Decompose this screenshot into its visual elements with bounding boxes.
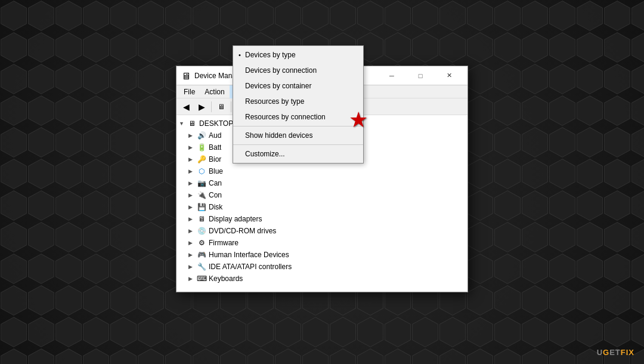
dvd-arrow: ▶ [188, 228, 197, 234]
view-customize[interactable]: Customize... [233, 146, 363, 162]
root-label: DESKTOP [199, 119, 233, 128]
com-arrow: ▶ [188, 192, 197, 198]
watermark-u: U [597, 348, 603, 357]
check-devices-by-type: • [236, 51, 244, 58]
toolbar-separator-2 [231, 101, 231, 112]
battery-arrow: ▶ [188, 144, 197, 150]
tree-item-dvd[interactable]: ▶ 💿 DVD/CD-ROM drives [177, 225, 467, 237]
audio-arrow: ▶ [188, 132, 197, 138]
cameras-arrow: ▶ [188, 180, 197, 186]
window-icon: 🖥 [181, 71, 191, 81]
cameras-label: Can [209, 179, 222, 187]
tree-item-com[interactable]: ▶ 🔌 Con [177, 189, 467, 201]
tree-item-cameras[interactable]: ▶ 📷 Can [177, 177, 467, 189]
bluetooth-label: Blue [209, 167, 223, 175]
menu-action[interactable]: Action [200, 85, 229, 98]
dvd-icon: 💿 [197, 226, 206, 236]
watermark: UGETFIX [597, 348, 634, 357]
biometric-icon: 🔑 [197, 155, 206, 164]
root-arrow: ▼ [179, 121, 187, 127]
watermark-fix: FIX [621, 348, 634, 357]
root-icon: 🖥 [187, 119, 197, 128]
battery-icon: 🔋 [197, 143, 206, 152]
bluetooth-arrow: ▶ [188, 168, 197, 174]
properties-button[interactable]: 🖥 [214, 100, 228, 114]
disk-arrow: ▶ [188, 204, 197, 210]
hid-arrow: ▶ [188, 252, 197, 258]
view-resources-by-connection[interactable]: Resources by connection [233, 109, 363, 125]
view-devices-by-connection[interactable]: Devices by connection [233, 63, 363, 78]
view-devices-by-container[interactable]: Devices by container [233, 78, 363, 94]
annotation-star: ★ [349, 107, 368, 132]
watermark-et: ET [609, 348, 621, 357]
audio-icon: 🔊 [197, 131, 206, 140]
menu-separator-2 [233, 144, 363, 145]
keyboards-icon: ⌨ [197, 274, 206, 283]
display-label: Display adapters [209, 215, 262, 223]
maximize-button[interactable]: □ [407, 66, 434, 85]
display-arrow: ▶ [188, 216, 197, 222]
bluetooth-icon: ⬡ [197, 166, 206, 176]
tree-item-keyboards[interactable]: ▶ ⌨ Keyboards [177, 273, 467, 285]
title-controls: ─ □ ✕ [378, 66, 463, 85]
tree-item-ide[interactable]: ▶ 🔧 IDE ATA/ATAPI controllers [177, 261, 467, 273]
tree-item-firmware[interactable]: ▶ ⚙ Firmware [177, 237, 467, 249]
hid-icon: 🎮 [197, 250, 206, 260]
biometric-label: Bior [209, 155, 221, 164]
ide-label: IDE ATA/ATAPI controllers [209, 263, 292, 271]
minimize-button[interactable]: ─ [378, 66, 405, 85]
back-button[interactable]: ◀ [179, 100, 193, 114]
disk-icon: 💾 [197, 202, 206, 212]
com-label: Con [209, 191, 222, 199]
tree-item-bluetooth[interactable]: ▶ ⬡ Blue [177, 165, 467, 177]
watermark-g: G [603, 348, 609, 357]
hid-label: Human Interface Devices [209, 251, 289, 259]
forward-button[interactable]: ▶ [194, 100, 209, 114]
audio-label: Aud [209, 131, 221, 140]
cameras-icon: 📷 [197, 178, 206, 188]
view-dropdown-menu: • Devices by type Devices by connection … [233, 45, 364, 164]
close-button[interactable]: ✕ [435, 66, 463, 85]
menu-separator-1 [233, 126, 363, 127]
biometric-arrow: ▶ [188, 156, 197, 162]
toolbar-separator [211, 101, 212, 112]
battery-label: Batt [209, 143, 221, 152]
tree-item-display[interactable]: ▶ 🖥 Display adapters [177, 213, 467, 225]
view-resources-by-type[interactable]: Resources by type [233, 94, 363, 109]
dvd-label: DVD/CD-ROM drives [209, 227, 276, 235]
tree-item-disk[interactable]: ▶ 💾 Disk [177, 201, 467, 213]
keyboards-arrow: ▶ [188, 276, 197, 282]
keyboards-label: Keyboards [209, 274, 243, 283]
ide-icon: 🔧 [197, 262, 206, 272]
display-icon: 🖥 [197, 214, 206, 224]
menu-file[interactable]: File [179, 85, 200, 98]
view-devices-by-type[interactable]: • Devices by type [233, 47, 363, 63]
ide-arrow: ▶ [188, 264, 197, 270]
firmware-arrow: ▶ [188, 240, 197, 246]
view-show-hidden-devices[interactable]: Show hidden devices [233, 128, 363, 143]
com-icon: 🔌 [197, 190, 206, 200]
disk-label: Disk [209, 203, 222, 211]
firmware-icon: ⚙ [197, 238, 206, 248]
firmware-label: Firmware [209, 239, 239, 247]
tree-item-hid[interactable]: ▶ 🎮 Human Interface Devices [177, 249, 467, 261]
